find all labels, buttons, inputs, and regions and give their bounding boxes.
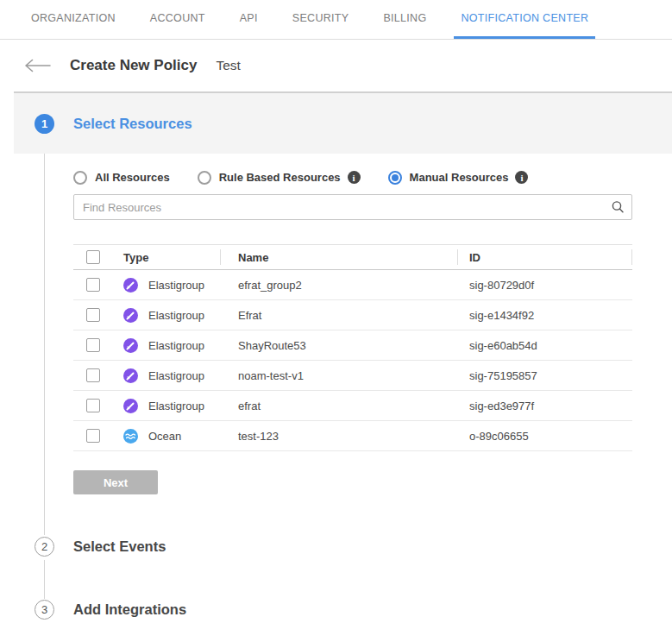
elastigroup-icon	[123, 399, 138, 413]
search-icon[interactable]	[611, 200, 625, 217]
step-3-badge: 3	[35, 600, 54, 620]
row-checkbox[interactable]	[86, 429, 100, 443]
resource-type: Elastigroup	[148, 339, 204, 352]
top-navbar: ORGANIZATION ACCOUNT API SECURITY BILLIN…	[0, 0, 672, 40]
row-checkbox[interactable]	[86, 368, 100, 382]
radio-all-resources[interactable]: All Resources	[73, 171, 170, 185]
resource-id: sig-80729d0f	[458, 279, 632, 292]
row-checkbox[interactable]	[86, 308, 100, 322]
resource-filter-row: All Resources Rule Based Resources Manua…	[73, 170, 632, 185]
back-button[interactable]	[23, 58, 51, 73]
resource-type: Elastigroup	[148, 400, 204, 412]
resource-search	[73, 194, 632, 220]
resource-name: efrat_group2	[221, 279, 458, 292]
row-checkbox[interactable]	[86, 338, 100, 352]
elastigroup-icon	[123, 278, 138, 293]
resource-type: Elastigroup	[148, 369, 204, 382]
tab-security[interactable]: SECURITY	[286, 0, 356, 39]
column-header-name: Name	[221, 249, 458, 265]
info-icon[interactable]	[515, 171, 528, 184]
table-row[interactable]: Elastigroup efrat_group2 sig-80729d0f	[73, 270, 632, 300]
tab-notification-center[interactable]: NOTIFICATION CENTER	[454, 0, 595, 39]
resource-type: Ocean	[148, 430, 181, 443]
column-header-id: ID	[458, 249, 632, 265]
radio-circle-icon[interactable]	[198, 171, 211, 185]
step-2-header[interactable]: 2 Select Events	[35, 537, 166, 557]
resource-name: efrat	[221, 400, 458, 412]
row-checkbox[interactable]	[86, 399, 100, 412]
info-icon[interactable]	[348, 171, 361, 184]
step-2-badge: 2	[35, 537, 54, 557]
table-row[interactable]: Elastigroup noam-test-v1 sig-75195857	[73, 361, 632, 391]
elastigroup-icon	[123, 338, 138, 353]
tab-billing[interactable]: BILLING	[376, 0, 433, 39]
table-row[interactable]: Elastigroup ShayRoute53 sig-e60ab54d	[73, 330, 632, 361]
step-connector-2-3	[44, 560, 45, 599]
back-arrow-icon	[23, 58, 51, 73]
radio-manual-resources-label: Manual Resources	[410, 171, 509, 184]
resource-id: sig-75195857	[458, 369, 632, 382]
resource-type: Elastigroup	[148, 309, 204, 322]
row-checkbox[interactable]	[86, 278, 100, 292]
radio-circle-icon[interactable]	[388, 171, 402, 185]
radio-all-resources-label: All Resources	[95, 171, 170, 184]
resource-name: noam-test-v1	[221, 369, 458, 382]
table-row[interactable]: Elastigroup efrat sig-ed3e977f	[73, 391, 632, 421]
table-row[interactable]: Ocean test-123 o-89c06655	[73, 421, 632, 451]
resource-id: sig-e1434f92	[458, 309, 632, 322]
radio-circle-icon[interactable]	[73, 171, 87, 185]
radio-rule-based-resources[interactable]: Rule Based Resources	[198, 171, 361, 185]
select-resources-panel: All Resources Rule Based Resources Manua…	[73, 170, 632, 494]
notification-center-page: ORGANIZATION ACCOUNT API SECURITY BILLIN…	[0, 0, 672, 642]
resource-id: sig-e60ab54d	[458, 339, 632, 352]
table-header-row: Type Name ID	[73, 244, 632, 270]
tab-api[interactable]: API	[233, 0, 265, 39]
resources-table: Type Name ID Elastigroup efrat_gr	[73, 244, 632, 451]
elastigroup-icon	[123, 368, 138, 383]
search-input[interactable]	[73, 194, 632, 220]
ocean-icon	[123, 429, 138, 444]
resource-type: Elastigroup	[148, 279, 204, 292]
select-all-checkbox[interactable]	[86, 250, 100, 264]
resource-id: o-89c06655	[458, 430, 632, 443]
column-header-type: Type	[115, 249, 221, 265]
table-body: Elastigroup efrat_group2 sig-80729d0f El…	[73, 270, 632, 451]
resource-name: ShayRoute53	[221, 339, 458, 352]
radio-manual-resources[interactable]: Manual Resources	[388, 171, 529, 185]
resource-id: sig-ed3e977f	[458, 400, 632, 412]
page-title: Create New Policy	[70, 57, 197, 74]
policy-name: Test	[216, 58, 240, 73]
tab-organization[interactable]: ORGANIZATION	[24, 0, 122, 39]
step-3-header[interactable]: 3 Add Integrations	[35, 600, 186, 620]
step-1-badge: 1	[35, 114, 54, 134]
elastigroup-icon	[123, 308, 138, 323]
step-1-header: 1 Select Resources	[14, 91, 672, 154]
resource-name: test-123	[221, 430, 458, 443]
tab-account[interactable]: ACCOUNT	[143, 0, 212, 39]
radio-rule-based-resources-label: Rule Based Resources	[219, 171, 341, 184]
step-3-label: Add Integrations	[73, 601, 186, 618]
table-row[interactable]: Elastigroup Efrat sig-e1434f92	[73, 300, 632, 330]
step-connector-1-2	[44, 136, 45, 535]
step-2-label: Select Events	[73, 538, 166, 555]
step-1-label: Select Resources	[73, 116, 192, 132]
page-header: Create New Policy Test	[0, 40, 672, 91]
next-button[interactable]: Next	[73, 470, 158, 494]
resource-name: Efrat	[221, 309, 458, 322]
